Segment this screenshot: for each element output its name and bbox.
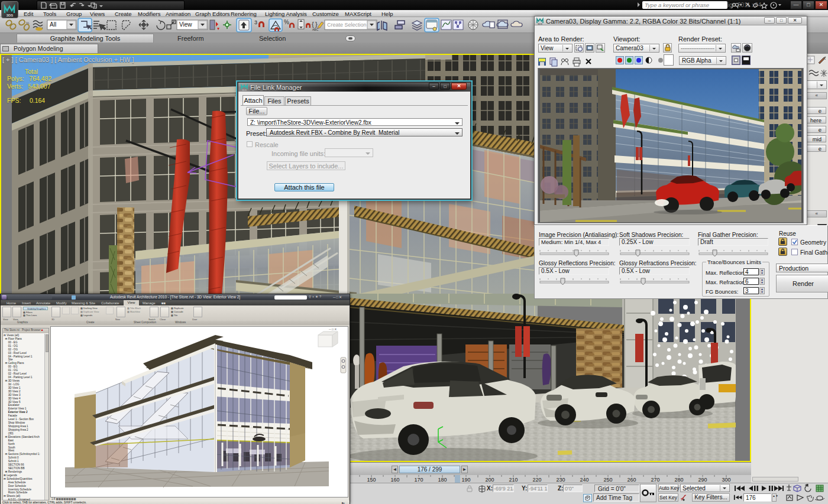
svg-text:%: % (284, 19, 289, 25)
svg-text:%: % (26, 21, 30, 25)
svg-text:160: 160 (390, 477, 399, 483)
svg-text:3DS: 3DS (7, 14, 14, 17)
svg-text:All: All (50, 21, 56, 28)
svg-text:3: 3 (254, 19, 257, 25)
svg-text:170: 170 (414, 477, 423, 483)
svg-text:290: 290 (698, 477, 707, 483)
svg-text:210: 210 (509, 477, 518, 483)
svg-text:270: 270 (651, 477, 659, 483)
svg-text:280: 280 (674, 477, 683, 483)
svg-text:150: 150 (367, 477, 376, 483)
svg-text:3DS: 3DS (538, 22, 542, 25)
svg-text:200: 200 (485, 477, 494, 483)
svg-text:}: } (315, 21, 318, 28)
svg-text:ABC: ABC (312, 28, 319, 31)
svg-text:230: 230 (556, 477, 565, 483)
svg-text:180: 180 (438, 477, 447, 483)
svg-text:250: 250 (603, 477, 612, 483)
svg-text:View: View (179, 21, 192, 28)
svg-text:190: 190 (461, 477, 470, 483)
svg-text:{: { (312, 21, 314, 28)
svg-text:3DS: 3DS (242, 89, 247, 92)
svg-text:260: 260 (627, 477, 636, 483)
svg-text:220: 220 (532, 477, 541, 483)
svg-text:300: 300 (722, 477, 730, 483)
svg-text:240: 240 (580, 477, 588, 483)
